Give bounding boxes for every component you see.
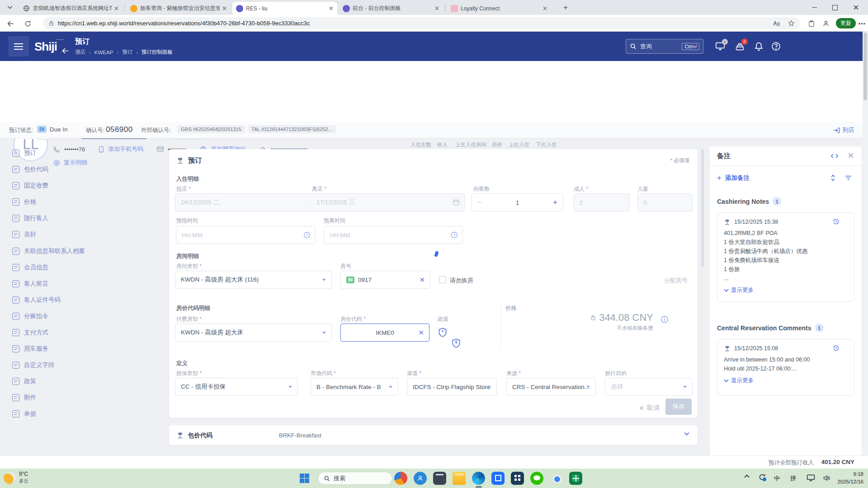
cancel-button[interactable]: 取消 <box>639 404 659 412</box>
source-select[interactable]: CRS - Central Reservation... <box>506 378 596 396</box>
taskbar-app-window-icon[interactable] <box>433 472 446 485</box>
ime-mode-indicator[interactable]: 拼 <box>790 474 797 483</box>
clock-icon[interactable] <box>451 231 458 239</box>
taskbar-edge-icon[interactable] <box>472 472 485 485</box>
eta-input[interactable]: HH:MM <box>176 226 316 244</box>
children-input[interactable]: 0 <box>637 193 693 211</box>
sidebar-item-pricing[interactable]: 价格 <box>12 196 36 208</box>
start-button[interactable] <box>300 474 309 483</box>
taskbar-wechat-icon[interactable] <box>530 472 543 485</box>
tray-volume-icon[interactable] <box>823 474 830 482</box>
tab-close-icon[interactable] <box>435 6 439 10</box>
sidebar-item-accompanying-guests[interactable]: 随行客人 <box>12 212 48 225</box>
stay-date-range-input[interactable]: 16/12/2025 二. - 17/12/2025 三. <box>175 193 465 211</box>
breadcrumb-hotel[interactable]: 酒店 <box>75 49 85 56</box>
guarantee-select[interactable]: CC - 信用卡担保 <box>175 378 298 396</box>
breadcrumb-property[interactable]: KWEAP <box>94 50 113 55</box>
sidebar-item-reservation[interactable]: 预订 <box>12 147 36 160</box>
rate-lock-icon[interactable] <box>590 314 596 321</box>
tray-sync-icon[interactable] <box>759 474 766 481</box>
sidebar-item-routing[interactable]: 分账指令 <box>12 310 48 323</box>
rate-room-select[interactable]: KWDN - 高级房 超大床 <box>175 324 332 342</box>
adults-input[interactable]: 2 <box>574 193 630 211</box>
taskbar-file-explorer-icon[interactable] <box>453 472 466 485</box>
expand-chevron-icon[interactable] <box>684 432 689 436</box>
market-select[interactable]: B - Benchmark Rate - B <box>311 378 398 396</box>
page-scrollbar[interactable] <box>863 32 868 469</box>
sidebar-item-package-codes[interactable]: 包价代码 <box>12 163 48 176</box>
no-move-checkbox[interactable] <box>439 276 446 283</box>
global-search-input[interactable]: 查询 Ctrl+/ <box>626 39 703 54</box>
save-button[interactable]: 保存 <box>665 399 692 415</box>
browser-tab-4[interactable]: 前台 - 前台控制面板 <box>339 2 443 15</box>
sidebar-item-linked-profiles[interactable]: 关联信息和联系人档案 <box>12 245 85 258</box>
taskbar-app-icon[interactable] <box>394 472 407 485</box>
back-icon[interactable] <box>5 18 16 29</box>
calendar-icon[interactable] <box>453 199 460 206</box>
tab-close-icon[interactable] <box>329 6 334 10</box>
sidebar-item-payment[interactable]: 支付方式 <box>12 326 48 339</box>
main-menu-button[interactable] <box>8 36 29 56</box>
sidebar-item-guest-ids[interactable]: 客人证件号码 <box>12 294 61 306</box>
back-arrow-icon[interactable] <box>61 47 69 55</box>
sidebar-item-attachments[interactable]: 附件 <box>12 391 36 404</box>
room-type-select[interactable]: KWDN - 高级房 超大床 (116) <box>175 271 332 289</box>
help-icon[interactable] <box>771 42 781 51</box>
weather-icon[interactable] <box>4 472 15 484</box>
clear-icon[interactable] <box>419 330 424 335</box>
cashier-icon[interactable] <box>735 42 745 53</box>
note-card[interactable]: 15/12/2025 15:38 401.2RMB,2 BF POA 1 份大堂… <box>717 212 854 302</box>
sidebar-item-transportation[interactable]: 用车服务 <box>12 343 48 355</box>
favorite-star-icon[interactable] <box>788 20 795 27</box>
new-tab-button[interactable]: + <box>563 3 568 12</box>
content-scrollbar[interactable] <box>701 149 704 267</box>
tab-close-icon[interactable] <box>222 6 227 10</box>
package-codes-panel[interactable]: 包价代码 BRKF-Breakfast <box>169 425 698 445</box>
show-details-link[interactable]: 显示明细 <box>53 159 87 167</box>
clear-icon[interactable] <box>420 277 425 282</box>
browser-profile-avatar[interactable] <box>820 18 832 29</box>
page-scrollbar-thumb[interactable] <box>863 33 867 100</box>
room-number-input[interactable]: IN 0917 <box>340 271 430 289</box>
weather-description[interactable]: 多云 <box>19 478 28 484</box>
window-maximize-button[interactable] <box>825 0 845 15</box>
nights-stepper[interactable]: − 1 + <box>472 193 563 211</box>
note-history-icon[interactable] <box>833 218 840 225</box>
taskbar-app-contacts-icon[interactable] <box>414 472 427 485</box>
add-note-button[interactable]: +添加备注 <box>717 174 750 183</box>
taskbar-search-input[interactable]: 搜索 <box>318 472 392 485</box>
tab-search-chevron-icon[interactable] <box>7 5 13 9</box>
note-history-icon[interactable] <box>833 345 840 352</box>
minus-icon[interactable]: − <box>477 198 481 206</box>
expand-panel-icon[interactable] <box>831 154 838 158</box>
weather-temperature[interactable]: 9°C <box>19 471 28 477</box>
add-mobile-link[interactable]: 添加手机号码 <box>108 145 143 153</box>
notifications-bell-icon[interactable] <box>754 42 764 51</box>
window-close-button[interactable] <box>845 0 866 15</box>
collections-icon[interactable] <box>806 18 817 29</box>
refresh-icon[interactable] <box>22 18 33 29</box>
rate-code-input[interactable]: IKME0 <box>340 324 429 342</box>
filter-notes-icon[interactable] <box>845 175 852 181</box>
show-more-link[interactable]: 显示更多 <box>724 377 848 385</box>
workstation-icon[interactable]: × <box>715 42 725 52</box>
read-aloud-icon[interactable]: A)) <box>773 20 780 27</box>
taskbar-app-blue-icon[interactable] <box>491 472 505 485</box>
channel-select[interactable]: IDCFS - Ctrip Flagship Store <box>407 378 497 396</box>
taskbar-spreadsheet-icon[interactable] <box>569 472 582 485</box>
taskbar-calculator-icon[interactable] <box>511 472 524 485</box>
show-more-link[interactable]: 显示更多 <box>724 286 848 294</box>
tray-chevron-up-icon[interactable] <box>744 474 750 478</box>
sort-notes-icon[interactable] <box>830 174 835 181</box>
sidebar-item-fixed-charges[interactable]: 固定收费 <box>12 179 48 192</box>
browser-update-button[interactable]: 更新 <box>836 18 856 28</box>
window-minimize-button[interactable] <box>804 0 825 15</box>
sidebar-item-guest-messages[interactable]: 客人留言 <box>12 277 48 290</box>
close-panel-icon[interactable] <box>848 153 854 158</box>
purpose-select[interactable]: 选择 <box>605 378 693 396</box>
plus-icon[interactable]: + <box>553 198 557 207</box>
sidebar-item-policies[interactable]: 政策 <box>12 375 36 388</box>
taskbar-clock[interactable]: 9:18 2025/12/16 <box>837 470 863 486</box>
etd-input[interactable]: HH:MM <box>324 226 463 244</box>
browser-tab-active[interactable]: RES - liu <box>232 2 337 15</box>
